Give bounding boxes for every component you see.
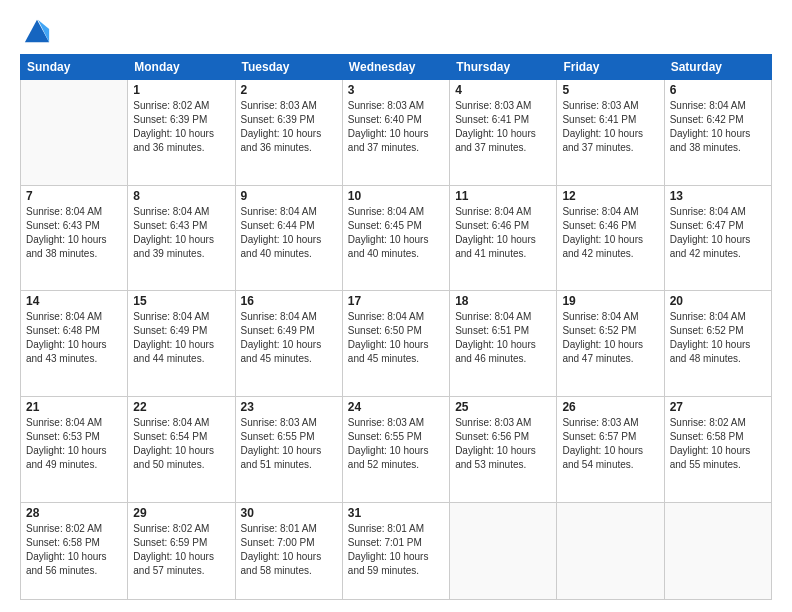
calendar-cell: 21Sunrise: 8:04 AM Sunset: 6:53 PM Dayli… xyxy=(21,397,128,503)
day-info: Sunrise: 8:04 AM Sunset: 6:44 PM Dayligh… xyxy=(241,205,337,261)
day-info: Sunrise: 8:03 AM Sunset: 6:39 PM Dayligh… xyxy=(241,99,337,155)
day-number: 12 xyxy=(562,189,658,203)
day-number: 30 xyxy=(241,506,337,520)
calendar-cell: 16Sunrise: 8:04 AM Sunset: 6:49 PM Dayli… xyxy=(235,291,342,397)
day-info: Sunrise: 8:04 AM Sunset: 6:54 PM Dayligh… xyxy=(133,416,229,472)
calendar-cell: 3Sunrise: 8:03 AM Sunset: 6:40 PM Daylig… xyxy=(342,80,449,186)
day-info: Sunrise: 8:02 AM Sunset: 6:39 PM Dayligh… xyxy=(133,99,229,155)
day-info: Sunrise: 8:04 AM Sunset: 6:42 PM Dayligh… xyxy=(670,99,766,155)
calendar-cell: 27Sunrise: 8:02 AM Sunset: 6:58 PM Dayli… xyxy=(664,397,771,503)
calendar-cell: 20Sunrise: 8:04 AM Sunset: 6:52 PM Dayli… xyxy=(664,291,771,397)
calendar-cell: 9Sunrise: 8:04 AM Sunset: 6:44 PM Daylig… xyxy=(235,185,342,291)
day-info: Sunrise: 8:03 AM Sunset: 6:57 PM Dayligh… xyxy=(562,416,658,472)
day-number: 11 xyxy=(455,189,551,203)
day-number: 23 xyxy=(241,400,337,414)
calendar-page: SundayMondayTuesdayWednesdayThursdayFrid… xyxy=(0,0,792,612)
logo-icon xyxy=(23,16,51,44)
week-row-2: 7Sunrise: 8:04 AM Sunset: 6:43 PM Daylig… xyxy=(21,185,772,291)
calendar-cell: 4Sunrise: 8:03 AM Sunset: 6:41 PM Daylig… xyxy=(450,80,557,186)
weekday-header-tuesday: Tuesday xyxy=(235,55,342,80)
day-info: Sunrise: 8:04 AM Sunset: 6:50 PM Dayligh… xyxy=(348,310,444,366)
calendar-cell: 26Sunrise: 8:03 AM Sunset: 6:57 PM Dayli… xyxy=(557,397,664,503)
day-number: 3 xyxy=(348,83,444,97)
week-row-4: 21Sunrise: 8:04 AM Sunset: 6:53 PM Dayli… xyxy=(21,397,772,503)
day-number: 29 xyxy=(133,506,229,520)
day-number: 20 xyxy=(670,294,766,308)
calendar-cell: 7Sunrise: 8:04 AM Sunset: 6:43 PM Daylig… xyxy=(21,185,128,291)
day-info: Sunrise: 8:04 AM Sunset: 6:52 PM Dayligh… xyxy=(562,310,658,366)
day-number: 22 xyxy=(133,400,229,414)
day-info: Sunrise: 8:02 AM Sunset: 6:59 PM Dayligh… xyxy=(133,522,229,578)
calendar-table: SundayMondayTuesdayWednesdayThursdayFrid… xyxy=(20,54,772,600)
day-info: Sunrise: 8:01 AM Sunset: 7:01 PM Dayligh… xyxy=(348,522,444,578)
day-number: 13 xyxy=(670,189,766,203)
calendar-cell: 15Sunrise: 8:04 AM Sunset: 6:49 PM Dayli… xyxy=(128,291,235,397)
header xyxy=(20,16,772,44)
calendar-cell xyxy=(557,502,664,599)
day-number: 19 xyxy=(562,294,658,308)
day-info: Sunrise: 8:04 AM Sunset: 6:48 PM Dayligh… xyxy=(26,310,122,366)
calendar-cell: 29Sunrise: 8:02 AM Sunset: 6:59 PM Dayli… xyxy=(128,502,235,599)
day-info: Sunrise: 8:03 AM Sunset: 6:55 PM Dayligh… xyxy=(241,416,337,472)
calendar-cell: 31Sunrise: 8:01 AM Sunset: 7:01 PM Dayli… xyxy=(342,502,449,599)
day-info: Sunrise: 8:04 AM Sunset: 6:43 PM Dayligh… xyxy=(133,205,229,261)
day-info: Sunrise: 8:01 AM Sunset: 7:00 PM Dayligh… xyxy=(241,522,337,578)
day-number: 25 xyxy=(455,400,551,414)
weekday-header-row: SundayMondayTuesdayWednesdayThursdayFrid… xyxy=(21,55,772,80)
day-info: Sunrise: 8:04 AM Sunset: 6:53 PM Dayligh… xyxy=(26,416,122,472)
calendar-cell: 11Sunrise: 8:04 AM Sunset: 6:46 PM Dayli… xyxy=(450,185,557,291)
weekday-header-friday: Friday xyxy=(557,55,664,80)
weekday-header-monday: Monday xyxy=(128,55,235,80)
day-number: 26 xyxy=(562,400,658,414)
day-number: 21 xyxy=(26,400,122,414)
day-number: 27 xyxy=(670,400,766,414)
day-number: 2 xyxy=(241,83,337,97)
weekday-header-wednesday: Wednesday xyxy=(342,55,449,80)
day-info: Sunrise: 8:04 AM Sunset: 6:49 PM Dayligh… xyxy=(133,310,229,366)
day-info: Sunrise: 8:04 AM Sunset: 6:51 PM Dayligh… xyxy=(455,310,551,366)
week-row-1: 1Sunrise: 8:02 AM Sunset: 6:39 PM Daylig… xyxy=(21,80,772,186)
calendar-cell: 1Sunrise: 8:02 AM Sunset: 6:39 PM Daylig… xyxy=(128,80,235,186)
day-info: Sunrise: 8:04 AM Sunset: 6:52 PM Dayligh… xyxy=(670,310,766,366)
calendar-cell: 30Sunrise: 8:01 AM Sunset: 7:00 PM Dayli… xyxy=(235,502,342,599)
day-number: 18 xyxy=(455,294,551,308)
day-number: 15 xyxy=(133,294,229,308)
calendar-cell: 17Sunrise: 8:04 AM Sunset: 6:50 PM Dayli… xyxy=(342,291,449,397)
day-info: Sunrise: 8:02 AM Sunset: 6:58 PM Dayligh… xyxy=(26,522,122,578)
day-number: 17 xyxy=(348,294,444,308)
day-info: Sunrise: 8:04 AM Sunset: 6:47 PM Dayligh… xyxy=(670,205,766,261)
day-info: Sunrise: 8:04 AM Sunset: 6:46 PM Dayligh… xyxy=(455,205,551,261)
day-info: Sunrise: 8:04 AM Sunset: 6:45 PM Dayligh… xyxy=(348,205,444,261)
calendar-cell: 22Sunrise: 8:04 AM Sunset: 6:54 PM Dayli… xyxy=(128,397,235,503)
calendar-cell: 25Sunrise: 8:03 AM Sunset: 6:56 PM Dayli… xyxy=(450,397,557,503)
day-number: 31 xyxy=(348,506,444,520)
calendar-cell xyxy=(21,80,128,186)
calendar-cell: 6Sunrise: 8:04 AM Sunset: 6:42 PM Daylig… xyxy=(664,80,771,186)
calendar-cell: 10Sunrise: 8:04 AM Sunset: 6:45 PM Dayli… xyxy=(342,185,449,291)
day-info: Sunrise: 8:04 AM Sunset: 6:43 PM Dayligh… xyxy=(26,205,122,261)
calendar-cell: 18Sunrise: 8:04 AM Sunset: 6:51 PM Dayli… xyxy=(450,291,557,397)
day-number: 1 xyxy=(133,83,229,97)
day-number: 24 xyxy=(348,400,444,414)
calendar-cell: 13Sunrise: 8:04 AM Sunset: 6:47 PM Dayli… xyxy=(664,185,771,291)
week-row-3: 14Sunrise: 8:04 AM Sunset: 6:48 PM Dayli… xyxy=(21,291,772,397)
weekday-header-sunday: Sunday xyxy=(21,55,128,80)
calendar-cell xyxy=(450,502,557,599)
day-info: Sunrise: 8:03 AM Sunset: 6:55 PM Dayligh… xyxy=(348,416,444,472)
calendar-cell: 24Sunrise: 8:03 AM Sunset: 6:55 PM Dayli… xyxy=(342,397,449,503)
day-number: 8 xyxy=(133,189,229,203)
day-number: 9 xyxy=(241,189,337,203)
day-number: 7 xyxy=(26,189,122,203)
calendar-cell: 23Sunrise: 8:03 AM Sunset: 6:55 PM Dayli… xyxy=(235,397,342,503)
calendar-cell: 5Sunrise: 8:03 AM Sunset: 6:41 PM Daylig… xyxy=(557,80,664,186)
day-info: Sunrise: 8:03 AM Sunset: 6:41 PM Dayligh… xyxy=(455,99,551,155)
day-info: Sunrise: 8:03 AM Sunset: 6:40 PM Dayligh… xyxy=(348,99,444,155)
calendar-cell: 28Sunrise: 8:02 AM Sunset: 6:58 PM Dayli… xyxy=(21,502,128,599)
day-number: 28 xyxy=(26,506,122,520)
week-row-5: 28Sunrise: 8:02 AM Sunset: 6:58 PM Dayli… xyxy=(21,502,772,599)
day-number: 5 xyxy=(562,83,658,97)
logo xyxy=(20,16,51,44)
day-info: Sunrise: 8:04 AM Sunset: 6:49 PM Dayligh… xyxy=(241,310,337,366)
day-info: Sunrise: 8:03 AM Sunset: 6:41 PM Dayligh… xyxy=(562,99,658,155)
calendar-cell: 12Sunrise: 8:04 AM Sunset: 6:46 PM Dayli… xyxy=(557,185,664,291)
